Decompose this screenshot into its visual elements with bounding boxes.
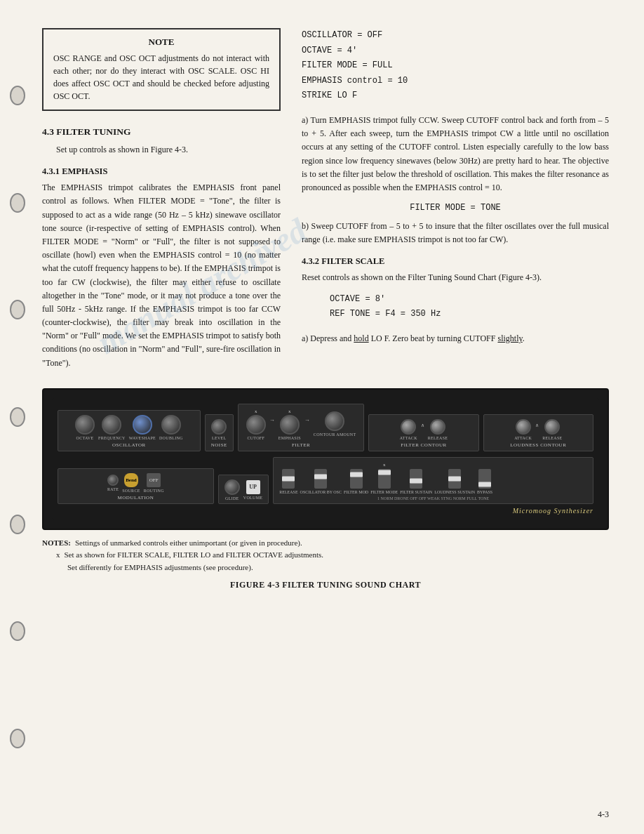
- filter-mod-label: FILTER MOD: [344, 490, 368, 494]
- filter-mod-track: [350, 469, 363, 489]
- osc-by-osc-slider-thumb: [314, 475, 327, 479]
- section-43-heading: 4.3 FILTER TUNING: [42, 126, 281, 138]
- filter-mode-track: [378, 469, 391, 489]
- modulation-group: RATE Bend SOURCE OFF ROUTING MODULAT: [58, 468, 214, 504]
- param-emphasis: EMPHASIS control = 10: [302, 74, 609, 89]
- notes-note2: Set as shown for FILTER SCALE, FILTER LO…: [65, 549, 324, 562]
- spiral-hole: [10, 729, 25, 748]
- fc-release-wrap: RELEASE: [428, 419, 448, 440]
- notes-note3: Set differently for EMPHASIS adjustments…: [67, 563, 253, 571]
- frequency-knob: [102, 415, 121, 435]
- synth-chart: OCTAVE FREQUENCY WAVESHAPE: [42, 388, 609, 530]
- filter-sustain-slider-item: FILTER SUSTAIN: [400, 469, 432, 494]
- spiral-hole: [10, 621, 25, 641]
- release-slider-item: RELEASE: [279, 469, 297, 494]
- routing-label: ROUTING: [144, 489, 164, 493]
- loudness-sustain-slider-item: LOUDNESS SUSTAIN: [434, 469, 475, 494]
- filter-mod-thumb: [350, 472, 363, 477]
- synth-top-row: OCTAVE FREQUENCY WAVESHAPE: [58, 404, 593, 451]
- oscillator-group-label: OSCILLATOR: [64, 442, 194, 448]
- fc-attack-knob: [401, 419, 416, 435]
- fc-attack-label: ATTACK: [400, 436, 417, 440]
- fc-release-label: RELEASE: [428, 436, 448, 440]
- modulation-group-label: MODULATION: [64, 495, 208, 501]
- lc-release-wrap: RELEASE: [542, 419, 562, 440]
- loudness-contour-knobs: ATTACK ∧ RELEASE: [490, 419, 587, 440]
- cutoff-wrap: x CUTOFF: [246, 409, 266, 440]
- slightly-underline: slightly: [497, 333, 522, 343]
- off-button: OFF: [147, 473, 161, 487]
- bypass-thumb: [478, 482, 491, 487]
- glide-label: GLIDE: [225, 496, 239, 501]
- section-431-body: The EMPHASIS trimpot calibrates the EMPH…: [42, 181, 281, 370]
- params-list: OSCILLATOR = OFF OCTAVE = 4' FILTER MODE…: [302, 28, 609, 104]
- spiral-binding: [7, 0, 28, 834]
- section-43-intro: Set up controls as shown in Figure 4-3.: [56, 143, 281, 157]
- lc-attack-knob: [516, 419, 531, 435]
- spiral-hole: [10, 86, 25, 105]
- spiral-hole: [10, 515, 25, 534]
- filter-contour-group: ATTACK ∧ RELEASE FILTER CONTOUR: [368, 414, 478, 451]
- filter-mode-slider-item: x FILTER MODE: [370, 462, 398, 494]
- noise-level-label: LEVEL: [212, 436, 227, 440]
- right-para-a: a) Turn EMPHASIS trimpot fully CCW. Swee…: [302, 114, 609, 194]
- param-strike: STRIKE LO F: [302, 88, 609, 104]
- rate-knob: [107, 475, 119, 486]
- synth-bottom-row: RATE Bend SOURCE OFF ROUTING MODULAT: [58, 457, 593, 504]
- notes-section: NOTES: Settings of unmarked controls eit…: [42, 537, 609, 574]
- bypass-track: [478, 469, 491, 489]
- notes-line3: Set differently for EMPHASIS adjustments…: [67, 562, 609, 574]
- up-button: UP: [246, 480, 260, 494]
- left-column: NOTE OSC RANGE and OSC OCT adjustments d…: [42, 28, 281, 376]
- release-slider-label: RELEASE: [279, 490, 297, 494]
- notes-line2: x Set as shown for FILTER SCALE, FILTER …: [56, 549, 609, 562]
- osc-by-osc-slider-item: OSCILLATOR BY OSC: [300, 469, 342, 494]
- note-title: NOTE: [53, 37, 269, 48]
- oscillator-knobs: OCTAVE FREQUENCY WAVESHAPE: [64, 415, 194, 440]
- filter-sustain-label: FILTER SUSTAIN: [400, 490, 432, 494]
- right-para-b: b) Sweep CUTOFF from – 5 to + 5 to insur…: [302, 220, 609, 246]
- loudness-sustain-label: LOUDNESS SUSTAIN: [434, 490, 475, 494]
- param-oscillator: OSCILLATOR = OFF: [302, 28, 609, 44]
- octave-knob-label: OCTAVE: [76, 436, 94, 440]
- bend-button: Bend: [124, 473, 138, 487]
- noise-group: LEVEL NOISE: [205, 414, 234, 451]
- right-column: OSCILLATOR = OFF OCTAVE = 4' FILTER MODE…: [302, 28, 609, 376]
- note-box: NOTE OSC RANGE and OSC OCT adjustments d…: [42, 28, 281, 111]
- volume-label: VOLUME: [243, 496, 262, 500]
- glide-knob: [224, 479, 240, 495]
- hold-underline: hold: [354, 333, 368, 343]
- filter-sustain-track: [410, 469, 422, 489]
- notes-line1: NOTES: Settings of unmarked controls eit…: [42, 537, 609, 550]
- brand-label: Micromoog Synthesizer: [58, 507, 593, 515]
- doubling-knob-wrap: DOUBLING: [159, 415, 183, 440]
- rate-wrap: RATE: [107, 475, 119, 491]
- page: manual archived NOTE OSC RANGE and OSC O…: [0, 0, 644, 834]
- fc-release-knob: [430, 419, 445, 435]
- fc-attack-wrap: ATTACK: [400, 419, 417, 440]
- waveshape-knob-label: WAVESHAPE: [129, 436, 156, 440]
- glide-volume-group: GLIDE UP VOLUME: [218, 475, 269, 504]
- cutoff-label: CUTOFF: [247, 436, 264, 440]
- cutoff-knob: [246, 415, 266, 435]
- notes-x-label: x: [56, 549, 60, 562]
- param-filter-mode: FILTER MODE = FULL: [302, 58, 609, 74]
- emphasis-label: EMPHASIS: [279, 436, 301, 440]
- param-octave-8: OCTAVE = 8': [330, 292, 609, 307]
- octave-knob-wrap: OCTAVE: [75, 415, 95, 440]
- glide-wrap: GLIDE: [224, 479, 240, 501]
- frequency-knob-wrap: FREQUENCY: [98, 415, 126, 440]
- bypass-label: BYPASS: [477, 490, 492, 494]
- note-body: OSC RANGE and OSC OCT adjustments do not…: [53, 52, 269, 102]
- lc-release-label: RELEASE: [542, 436, 562, 440]
- section-432-params: OCTAVE = 8' REF TONE = F4 = 350 Hz: [302, 292, 609, 322]
- main-content: NOTE OSC RANGE and OSC OCT adjustments d…: [42, 28, 609, 376]
- filter-sustain-thumb: [410, 478, 422, 483]
- glide-volume-knobs: GLIDE UP VOLUME: [224, 479, 262, 501]
- filter-mod-slider-item: FILTER MOD: [344, 469, 368, 494]
- loudness-contour-label: LOUDNESS CONTOUR: [490, 442, 587, 448]
- filter-contour-label: FILTER CONTOUR: [375, 442, 472, 448]
- octave-knob: [75, 415, 95, 435]
- oscillator-group: OCTAVE FREQUENCY WAVESHAPE: [58, 410, 201, 451]
- bypass-slider-item: BYPASS: [477, 469, 492, 494]
